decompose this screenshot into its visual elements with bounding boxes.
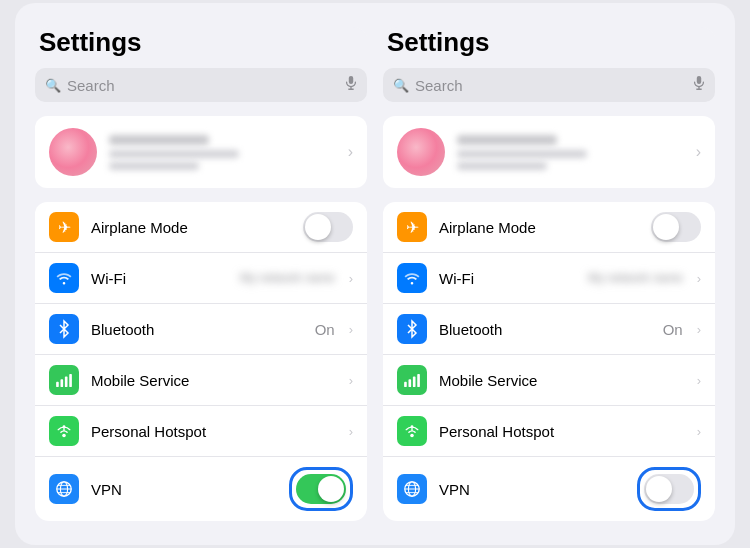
- bluetooth-icon: [49, 314, 79, 344]
- profile-sub1: [457, 150, 587, 158]
- search-bar[interactable]: 🔍 Search: [35, 68, 367, 102]
- profile-chevron: ›: [348, 143, 353, 161]
- settings-row-airplane[interactable]: ✈Airplane Mode: [383, 202, 715, 253]
- wifi-chevron: ›: [349, 271, 353, 286]
- svg-rect-3: [56, 382, 59, 387]
- svg-point-7: [62, 434, 66, 438]
- wifi-value: My network name: [588, 271, 683, 285]
- profile-card[interactable]: ›: [35, 116, 367, 188]
- settings-row-mobile[interactable]: Mobile Service›: [383, 355, 715, 406]
- search-placeholder: Search: [415, 77, 687, 94]
- mobile-icon: [397, 365, 427, 395]
- hotspot-icon: [397, 416, 427, 446]
- svg-rect-18: [404, 382, 407, 387]
- settings-group: ✈Airplane Mode Wi-FiMy network name› Blu…: [383, 202, 715, 521]
- hotspot-label: Personal Hotspot: [91, 423, 337, 440]
- airplane-toggle-wrapper: [651, 212, 701, 242]
- profile-sub1: [109, 150, 239, 158]
- hotspot-label: Personal Hotspot: [439, 423, 685, 440]
- mobile-chevron: ›: [349, 373, 353, 388]
- search-bar[interactable]: 🔍 Search: [383, 68, 715, 102]
- svg-rect-4: [61, 379, 64, 387]
- profile-sub2: [109, 162, 199, 170]
- airplane-label: Airplane Mode: [91, 219, 291, 236]
- main-container: Settings 🔍 Search › ✈Airplane Mode Wi-Fi…: [15, 3, 735, 545]
- bluetooth-label: Bluetooth: [91, 321, 303, 338]
- bluetooth-label: Bluetooth: [439, 321, 651, 338]
- settings-row-vpn[interactable]: VPN: [383, 457, 715, 521]
- hotspot-chevron: ›: [697, 424, 701, 439]
- profile-chevron: ›: [696, 143, 701, 161]
- vpn-icon: [397, 474, 427, 504]
- airplane-toggle[interactable]: [651, 212, 701, 242]
- settings-row-hotspot[interactable]: Personal Hotspot›: [35, 406, 367, 457]
- wifi-label: Wi-Fi: [91, 270, 228, 287]
- svg-point-23: [411, 425, 414, 428]
- profile-info: [457, 135, 684, 170]
- search-icon: 🔍: [45, 78, 61, 93]
- profile-avatar: [49, 128, 97, 176]
- svg-point-22: [410, 434, 414, 438]
- panel-title: Settings: [35, 27, 367, 68]
- bluetooth-value: On: [663, 321, 683, 338]
- bluetooth-value: On: [315, 321, 335, 338]
- mobile-label: Mobile Service: [91, 372, 337, 389]
- vpn-toggle[interactable]: [296, 474, 346, 504]
- wifi-icon: [397, 263, 427, 293]
- svg-point-8: [63, 425, 66, 428]
- mic-icon: [693, 75, 705, 95]
- airplane-toggle-wrapper: [303, 212, 353, 242]
- vpn-label: VPN: [439, 481, 625, 498]
- svg-rect-6: [69, 374, 72, 387]
- settings-row-airplane[interactable]: ✈Airplane Mode: [35, 202, 367, 253]
- bluetooth-chevron: ›: [697, 322, 701, 337]
- airplane-toggle-thumb: [305, 214, 331, 240]
- profile-avatar: [397, 128, 445, 176]
- vpn-icon: [49, 474, 79, 504]
- settings-panel-right: Settings 🔍 Search › ✈Airplane Mode Wi-Fi…: [383, 27, 715, 521]
- profile-name: [457, 135, 557, 145]
- vpn-toggle-wrapper: [289, 467, 353, 511]
- airplane-label: Airplane Mode: [439, 219, 639, 236]
- wifi-chevron: ›: [697, 271, 701, 286]
- mobile-label: Mobile Service: [439, 372, 685, 389]
- vpn-toggle-thumb: [646, 476, 672, 502]
- wifi-label: Wi-Fi: [439, 270, 576, 287]
- settings-row-bluetooth[interactable]: BluetoothOn›: [383, 304, 715, 355]
- svg-rect-20: [413, 377, 416, 388]
- svg-rect-15: [697, 76, 701, 84]
- settings-row-mobile[interactable]: Mobile Service›: [35, 355, 367, 406]
- hotspot-icon: [49, 416, 79, 446]
- panel-title: Settings: [383, 27, 715, 68]
- airplane-toggle[interactable]: [303, 212, 353, 242]
- bluetooth-icon: [397, 314, 427, 344]
- profile-card[interactable]: ›: [383, 116, 715, 188]
- settings-row-bluetooth[interactable]: BluetoothOn›: [35, 304, 367, 355]
- vpn-toggle-wrapper: [637, 467, 701, 511]
- svg-rect-0: [349, 76, 353, 84]
- vpn-label: VPN: [91, 481, 277, 498]
- airplane-icon: ✈: [397, 212, 427, 242]
- airplane-icon: ✈: [49, 212, 79, 242]
- vpn-toggle[interactable]: [644, 474, 694, 504]
- profile-info: [109, 135, 336, 170]
- settings-row-wifi[interactable]: Wi-FiMy network name›: [35, 253, 367, 304]
- mobile-chevron: ›: [697, 373, 701, 388]
- settings-row-vpn[interactable]: VPN: [35, 457, 367, 521]
- svg-rect-5: [65, 377, 68, 388]
- mic-icon: [345, 75, 357, 95]
- profile-sub2: [457, 162, 547, 170]
- search-icon: 🔍: [393, 78, 409, 93]
- wifi-value: My network name: [240, 271, 335, 285]
- settings-row-wifi[interactable]: Wi-FiMy network name›: [383, 253, 715, 304]
- search-placeholder: Search: [67, 77, 339, 94]
- profile-name: [109, 135, 209, 145]
- svg-rect-19: [409, 379, 412, 387]
- airplane-toggle-thumb: [653, 214, 679, 240]
- settings-row-hotspot[interactable]: Personal Hotspot›: [383, 406, 715, 457]
- hotspot-chevron: ›: [349, 424, 353, 439]
- bluetooth-chevron: ›: [349, 322, 353, 337]
- svg-rect-21: [417, 374, 420, 387]
- settings-panel-left: Settings 🔍 Search › ✈Airplane Mode Wi-Fi…: [35, 27, 367, 521]
- wifi-icon: [49, 263, 79, 293]
